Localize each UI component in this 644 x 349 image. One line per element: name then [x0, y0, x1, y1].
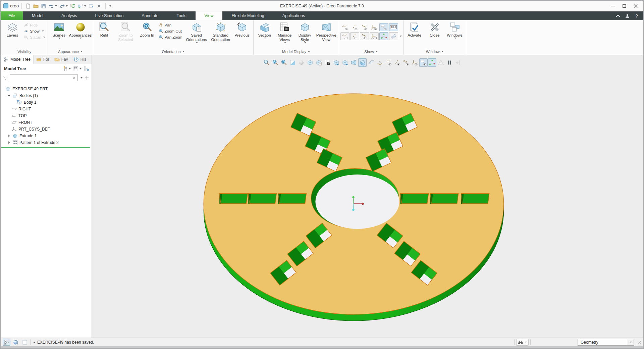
show-button[interactable]: Show: [23, 29, 46, 34]
tree-item-body-1[interactable]: Body 1: [1, 99, 92, 106]
plane-display-toggle[interactable]: [340, 23, 350, 31]
plane-tag-display-toggle[interactable]: [340, 32, 350, 40]
csys-tag-display-toggle[interactable]: [370, 32, 379, 40]
collapse-ribbon-icon[interactable]: [616, 14, 620, 19]
section-hatch-display-toggle[interactable]: [389, 32, 398, 40]
clear-filter-icon[interactable]: [72, 76, 76, 80]
tab-model-tree[interactable]: Model Tree: [1, 55, 34, 64]
zoom-to-selected-button[interactable]: Zoom to Selected: [115, 21, 137, 42]
selection-filter-dropdown[interactable]: [627, 339, 634, 345]
tab-flexible-modeling[interactable]: Flexible Modeling: [222, 11, 273, 20]
redo-button[interactable]: [58, 3, 69, 9]
zoom-out-button[interactable]: Zoom Out: [158, 29, 183, 34]
manage-views-button[interactable]: Manage Views: [275, 21, 294, 43]
tree-item-bodies-1[interactable]: Bodies (1): [1, 92, 92, 99]
close-window-button[interactable]: [95, 3, 103, 9]
spin-center-display-button[interactable]: [428, 58, 436, 67]
chevron-down-icon[interactable]: [400, 36, 402, 37]
close-button[interactable]: [631, 2, 641, 10]
new-window-button[interactable]: [88, 3, 95, 9]
expand-icon[interactable]: [7, 141, 11, 144]
annotation-display-toggle[interactable]: [379, 23, 388, 31]
search-tool-button[interactable]: [516, 339, 529, 346]
section-button[interactable]: Section: [255, 21, 274, 39]
csys-display-toggle[interactable]: [370, 23, 379, 31]
point-display-button[interactable]: [402, 58, 410, 67]
filter-icon[interactable]: [3, 75, 8, 81]
tab-annotate[interactable]: Annotate: [132, 11, 167, 20]
tree-item-pattern-1-of-extrude-2[interactable]: Pattern 1 of Extrude 2: [1, 139, 92, 146]
tab-tools[interactable]: Tools: [167, 11, 195, 20]
model-display-switch-button[interactable]: [77, 3, 87, 9]
simulation-events-button[interactable]: [437, 58, 445, 67]
scenes-button[interactable]: Scenes: [49, 21, 69, 39]
minimize-button[interactable]: [608, 2, 618, 10]
tree-tools-button[interactable]: [62, 66, 71, 72]
tree-item-extrude-1[interactable]: Extrude 1: [1, 133, 92, 139]
tree-item-front[interactable]: FRONT: [1, 119, 92, 126]
save-file-button[interactable]: [40, 3, 47, 9]
standard-orientation-button[interactable]: Standard Orientation: [210, 21, 232, 42]
collapse-icon[interactable]: [7, 95, 11, 97]
point-tag-display-toggle[interactable]: [360, 32, 369, 40]
activate-button[interactable]: Activate: [405, 21, 424, 38]
tree-item-right[interactable]: RIGHT: [1, 106, 92, 112]
shading-with-edges-button[interactable]: [315, 58, 323, 67]
refit-button[interactable]: Refit: [95, 21, 114, 38]
close-window-button[interactable]: Close: [425, 21, 444, 38]
tree-item-exercise-49-prt[interactable]: EXERCISE-49.PRT: [1, 86, 92, 92]
refit-button[interactable]: [262, 58, 271, 67]
shading-with-reflections-button[interactable]: [297, 58, 306, 67]
plane-display-button[interactable]: [384, 58, 393, 67]
expand-icon[interactable]: [7, 135, 11, 137]
selection-filter-select[interactable]: Geometry: [578, 339, 634, 346]
previous-button[interactable]: Previous: [232, 21, 252, 38]
tab-folder-browser[interactable]: Fol: [34, 55, 52, 64]
regenerate-button[interactable]: [69, 3, 76, 9]
csys-display-button[interactable]: [411, 58, 419, 67]
status-button[interactable]: Status: [23, 35, 46, 40]
pan-zoom-button[interactable]: Pan Zoom: [158, 35, 183, 40]
customize-qat-dropdown-icon[interactable]: [109, 5, 111, 7]
tree-hide-button[interactable]: [84, 66, 90, 72]
spin-center-display-toggle[interactable]: [379, 32, 388, 40]
tab-view[interactable]: View: [196, 11, 223, 20]
tree-settings-button[interactable]: [73, 66, 82, 72]
axis-tag-display-toggle[interactable]: [350, 32, 359, 40]
resume-button[interactable]: [454, 58, 463, 67]
new-file-button[interactable]: [24, 3, 32, 9]
display-style-button[interactable]: Display Style: [295, 21, 315, 43]
open-file-button[interactable]: [32, 3, 40, 9]
tab-favorites[interactable]: Fav: [52, 55, 71, 64]
pause-button[interactable]: [445, 58, 454, 67]
hide-button[interactable]: Hide: [23, 22, 46, 28]
add-filter-icon[interactable]: [84, 75, 90, 81]
tab-file[interactable]: File: [1, 11, 23, 20]
windows-button[interactable]: Windows: [445, 21, 465, 39]
help-icon[interactable]: ?: [635, 13, 638, 18]
graphics-area[interactable]: [92, 55, 643, 338]
saved-view-button[interactable]: [332, 58, 340, 67]
shading-button[interactable]: [306, 58, 314, 67]
axis-display-toggle[interactable]: [350, 23, 359, 31]
filter-dropdown-icon[interactable]: [80, 77, 83, 79]
tab-applications[interactable]: Applications: [273, 11, 314, 20]
undo-button[interactable]: [48, 3, 58, 9]
zoom-out-button[interactable]: [280, 58, 288, 67]
maximize-button[interactable]: [619, 2, 629, 10]
layers-button[interactable]: Layers: [3, 21, 22, 38]
reorient-view-button[interactable]: [341, 58, 349, 67]
zoom-in-button[interactable]: [271, 58, 279, 67]
tree-item-top[interactable]: TOP: [1, 112, 92, 119]
perspective-view-button[interactable]: Perspective View: [315, 21, 337, 42]
model-tree-toggle-button[interactable]: [3, 339, 10, 346]
annotation-display-button[interactable]: [419, 58, 428, 67]
perspective-view-button[interactable]: [350, 58, 358, 67]
model-viewport[interactable]: [92, 55, 643, 338]
axis-display-button[interactable]: [393, 58, 401, 67]
user-account-icon[interactable]: [625, 13, 630, 18]
view-clipping-button[interactable]: [367, 58, 375, 67]
appearances-button[interactable]: Appearances: [69, 21, 92, 39]
tab-model[interactable]: Model: [23, 11, 52, 20]
resize-grip[interactable]: [637, 340, 641, 344]
